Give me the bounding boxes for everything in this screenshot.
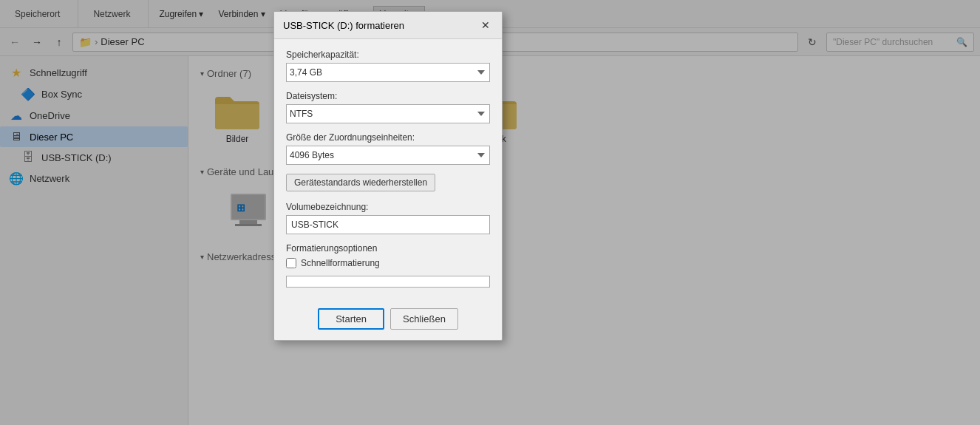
capacity-label: Speicherkapazität:: [286, 50, 490, 60]
quick-format-row: Schnellformatierung: [286, 258, 490, 268]
dialog-footer: Starten Schließen: [274, 308, 502, 340]
restore-defaults-button[interactable]: Gerätestandards wiederherstellen: [286, 174, 435, 191]
filesystem-label: Dateisystem:: [286, 91, 490, 101]
allocation-select[interactable]: 4096 Bytes: [286, 146, 490, 165]
format-options-label: Formatierungsoptionen: [286, 243, 490, 254]
quick-format-checkbox[interactable]: [286, 258, 296, 268]
dialog-close-x-button[interactable]: ✕: [478, 18, 493, 33]
start-button[interactable]: Starten: [318, 308, 384, 330]
capacity-select[interactable]: 3,74 GB: [286, 63, 490, 82]
schliessen-button[interactable]: Schließen: [390, 308, 458, 330]
dialog-title-bar: USB-STICK (D:) formatieren ✕: [274, 12, 502, 39]
modal-overlay: USB-STICK (D:) formatieren ✕ Speicherkap…: [0, 0, 980, 425]
dialog-body: Speicherkapazität: 3,74 GB Dateisystem: …: [274, 39, 502, 308]
quick-format-label: Schnellformatierung: [301, 258, 380, 268]
progress-bar: [286, 276, 490, 288]
filesystem-select[interactable]: NTFS: [286, 104, 490, 123]
dialog-title: USB-STICK (D:) formatieren: [283, 20, 404, 31]
volume-label: Volumebezeichnung:: [286, 202, 490, 212]
format-dialog: USB-STICK (D:) formatieren ✕ Speicherkap…: [273, 11, 503, 341]
volume-input[interactable]: [286, 215, 490, 234]
allocation-label: Größe der Zuordnungseinheiten:: [286, 132, 490, 143]
